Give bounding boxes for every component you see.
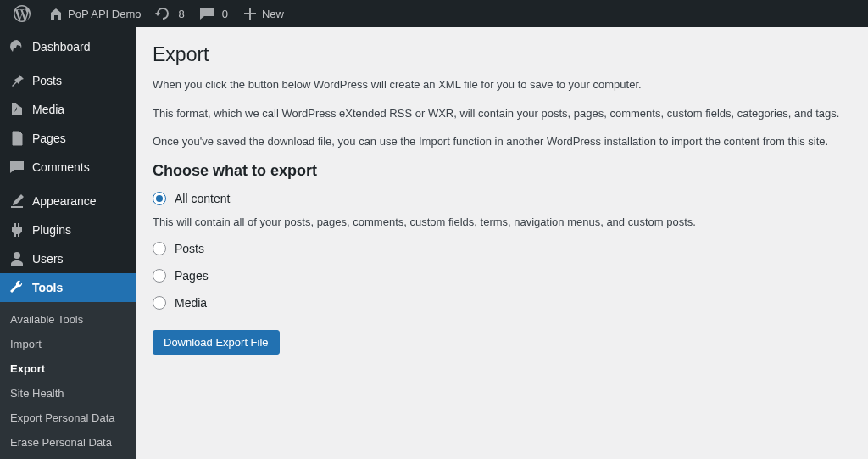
submenu-import[interactable]: Import: [0, 332, 136, 356]
main-content: Export When you click the button below W…: [136, 27, 868, 459]
sidebar-item-label: Appearance: [32, 194, 97, 208]
new-content-link[interactable]: New: [235, 0, 291, 27]
export-option-media[interactable]: Media: [153, 296, 851, 310]
plus-icon: [242, 5, 259, 22]
comment-icon: [198, 5, 215, 22]
intro-paragraph-1: When you click the button below WordPres…: [153, 76, 851, 93]
radio-icon: [153, 269, 166, 283]
comments-count: 0: [222, 8, 228, 20]
wordpress-logo-icon: [14, 5, 31, 22]
wp-logo[interactable]: [7, 0, 41, 27]
dashboard-icon: [8, 38, 25, 55]
radio-icon: [153, 242, 166, 255]
intro-paragraph-2: This format, which we call WordPress eXt…: [153, 105, 851, 122]
export-option-label: Media: [175, 296, 207, 310]
plugin-icon: [8, 221, 25, 238]
submenu-export-personal-data[interactable]: Export Personal Data: [0, 406, 136, 430]
sidebar-item-label: Users: [32, 252, 64, 266]
sidebar-item-pages[interactable]: Pages: [0, 124, 136, 153]
home-icon: [47, 5, 64, 22]
export-option-pages[interactable]: Pages: [153, 269, 851, 283]
submenu-erase-personal-data[interactable]: Erase Personal Data: [0, 430, 136, 455]
sidebar-item-label: Media: [32, 103, 64, 116]
pushpin-icon: [8, 72, 25, 89]
brush-icon: [8, 193, 25, 210]
export-option-label: Pages: [175, 269, 209, 283]
sidebar-item-media[interactable]: Media: [0, 95, 136, 124]
site-name: PoP API Demo: [68, 8, 141, 20]
sidebar-item-tools[interactable]: Tools: [0, 273, 136, 302]
sidebar-item-comments[interactable]: Comments: [0, 153, 136, 182]
sidebar-item-posts[interactable]: Posts: [0, 66, 136, 95]
sidebar-item-label: Posts: [32, 74, 62, 87]
radio-icon: [153, 192, 166, 205]
sidebar-item-plugins[interactable]: Plugins: [0, 216, 136, 244]
users-icon: [8, 250, 25, 267]
submenu-site-health[interactable]: Site Health: [0, 381, 136, 406]
submenu-available-tools[interactable]: Available Tools: [0, 307, 136, 332]
sidebar-item-label: Pages: [32, 132, 66, 145]
tools-submenu: Available Tools Import Export Site Healt…: [0, 302, 136, 459]
download-export-button[interactable]: Download Export File: [153, 330, 280, 355]
submenu-export[interactable]: Export: [0, 356, 136, 381]
intro-paragraph-3: Once you've saved the download file, you…: [153, 133, 851, 150]
export-option-all[interactable]: All content: [153, 192, 851, 205]
comment-icon: [8, 159, 25, 176]
sidebar-item-label: Comments: [32, 160, 90, 174]
new-label: New: [262, 8, 284, 20]
site-home-link[interactable]: PoP API Demo: [41, 0, 147, 27]
media-icon: [8, 101, 25, 118]
wrench-icon: [8, 279, 25, 296]
sidebar-item-appearance[interactable]: Appearance: [0, 187, 136, 216]
export-option-label: Posts: [175, 242, 204, 255]
updates-count: 8: [178, 8, 184, 20]
admin-sidebar: Dashboard Posts Media Pages: [0, 27, 136, 459]
sidebar-item-label: Plugins: [32, 223, 71, 237]
page-icon: [8, 130, 25, 147]
sidebar-item-label: Tools: [32, 281, 63, 294]
sidebar-item-label: Dashboard: [32, 40, 91, 53]
choose-heading: Choose what to export: [153, 162, 851, 180]
export-option-label: All content: [175, 192, 230, 205]
page-title: Export: [153, 36, 851, 76]
comments-link[interactable]: 0: [192, 0, 235, 27]
export-option-description: This will contain all of your posts, pag…: [153, 214, 851, 231]
radio-icon: [153, 296, 166, 310]
export-option-posts[interactable]: Posts: [153, 242, 851, 255]
updates-link[interactable]: 8: [147, 0, 191, 27]
sidebar-item-dashboard[interactable]: Dashboard: [0, 32, 136, 61]
sidebar-item-users[interactable]: Users: [0, 244, 136, 273]
admin-bar: PoP API Demo 8 0 New: [0, 0, 868, 27]
updates-icon: [154, 5, 171, 22]
